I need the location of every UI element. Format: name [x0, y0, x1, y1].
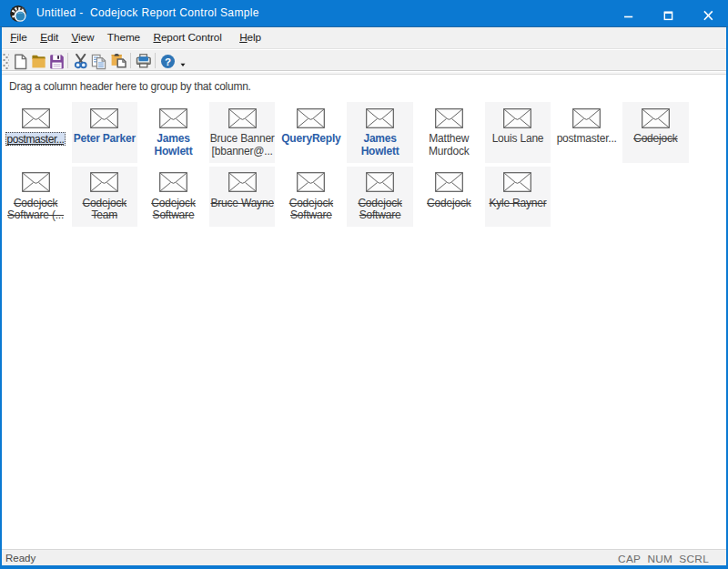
svg-text:?: ?: [164, 56, 170, 67]
